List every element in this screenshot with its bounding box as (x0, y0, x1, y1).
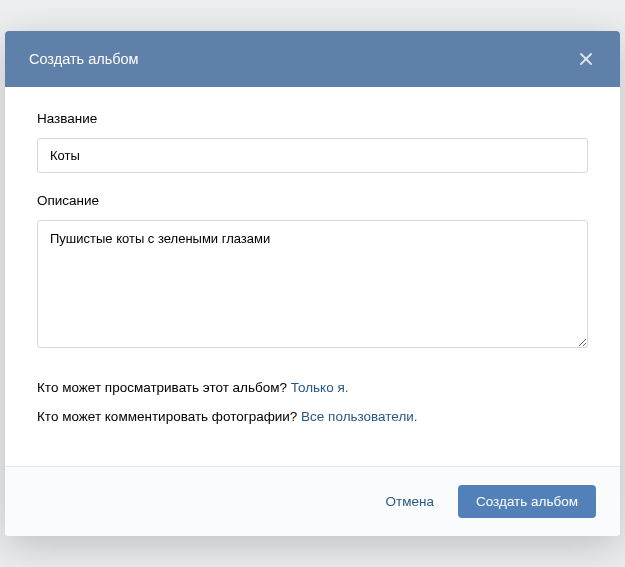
modal-footer: Отмена Создать альбом (5, 466, 620, 536)
privacy-comment-link[interactable]: Все пользователи. (301, 409, 417, 424)
privacy-view-link[interactable]: Только я. (291, 380, 349, 395)
create-album-modal: Создать альбом Название Описание Кто мож… (5, 31, 620, 536)
name-field-group: Название (37, 111, 588, 173)
description-input[interactable] (37, 220, 588, 348)
modal-body: Название Описание Кто может просматриват… (5, 87, 620, 466)
privacy-view-question: Кто может просматривать этот альбом? (37, 380, 291, 395)
cancel-button[interactable]: Отмена (380, 486, 440, 517)
privacy-comment-row: Кто может комментировать фотографии? Все… (37, 409, 588, 424)
submit-button[interactable]: Создать альбом (458, 485, 596, 518)
privacy-view-row: Кто может просматривать этот альбом? Тол… (37, 380, 588, 395)
modal-title: Создать альбом (29, 51, 139, 67)
description-field-group: Описание (37, 193, 588, 352)
privacy-comment-question: Кто может комментировать фотографии? (37, 409, 301, 424)
name-input[interactable] (37, 138, 588, 173)
close-button[interactable] (576, 49, 596, 69)
description-label: Описание (37, 193, 588, 208)
modal-header: Создать альбом (5, 31, 620, 87)
privacy-section: Кто может просматривать этот альбом? Тол… (37, 380, 588, 424)
close-icon (578, 51, 594, 67)
name-label: Название (37, 111, 588, 126)
